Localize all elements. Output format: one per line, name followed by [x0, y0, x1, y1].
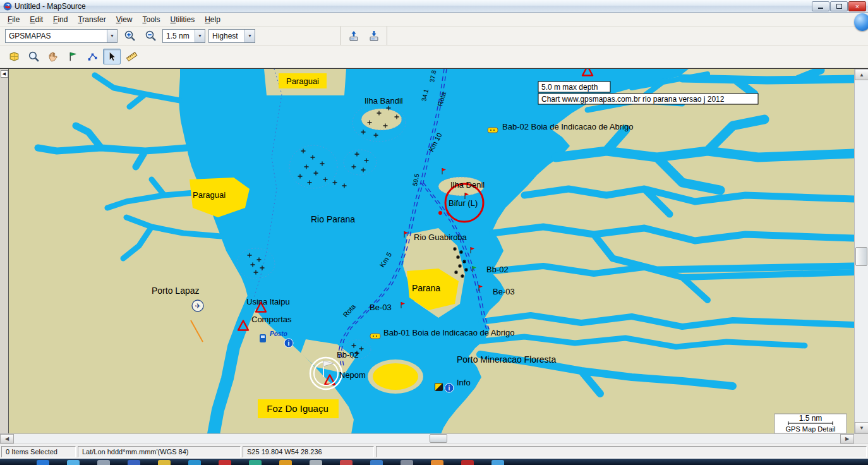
measure-tool-button[interactable] — [123, 49, 140, 64]
product-select[interactable]: GPSMAPAS ▼ — [5, 29, 118, 43]
transfer-buttons — [341, 27, 387, 45]
scroll-down-icon[interactable]: ▼ — [855, 422, 868, 433]
menu-transfer[interactable]: Transfer — [73, 13, 111, 26]
close-button[interactable]: × — [848, 1, 866, 11]
scale-box: 1.5 nm GPS Map Detail — [775, 414, 847, 433]
map-label-ilha-denil: Ilha Denil — [450, 180, 485, 190]
chevron-down-icon[interactable]: ▼ — [107, 30, 117, 42]
map-label-ilha-bandil: Ilha Bandil — [365, 96, 403, 106]
zoom-in-button[interactable] — [121, 28, 138, 44]
taskbar-icon[interactable] — [37, 460, 49, 465]
map-label-paraguai-left: Paraguai — [193, 190, 226, 200]
map-label-bb02-right: Bb-02 — [486, 265, 509, 274]
selection-tool-button[interactable] — [103, 49, 121, 64]
taskbar-icon[interactable] — [67, 460, 80, 465]
buoy-icon — [370, 334, 380, 339]
windows-taskbar[interactable] — [0, 459, 868, 465]
map-label-rio-guabiroba: Rio Guabiroba — [414, 232, 467, 242]
zoom-in-icon — [124, 30, 136, 42]
map-area: ◀ — [0, 68, 868, 433]
blue-sphere-gadget[interactable] — [854, 13, 868, 31]
map-label-rio-parana: Rio Parana — [311, 214, 355, 224]
minimize-icon — [818, 8, 823, 9]
map-label-bb02-center: Bb-02 — [337, 350, 359, 359]
chevron-down-icon[interactable]: ▼ — [195, 30, 205, 42]
menu-view[interactable]: View — [111, 13, 138, 26]
scale-distance: 1.5 nm — [799, 414, 823, 423]
tooltip-line2: Chart www.gpsmapas.com.br rio parana ver… — [541, 95, 725, 104]
close-icon: × — [855, 3, 859, 10]
waypoint-tool-button[interactable] — [64, 49, 81, 64]
zoom-out-button[interactable] — [142, 28, 159, 44]
buoy-icon — [488, 128, 498, 133]
taskbar-icon[interactable] — [431, 460, 443, 465]
menu-file[interactable]: File — [3, 13, 25, 26]
route-tool-icon — [87, 51, 99, 63]
taskbar-icon[interactable] — [461, 460, 474, 465]
taskbar-icon[interactable] — [219, 460, 231, 465]
map-select-tool-icon — [8, 51, 20, 63]
map-select-tool-button[interactable] — [5, 49, 23, 64]
taskbar-icon[interactable] — [279, 460, 292, 465]
magnifier-icon — [28, 51, 40, 63]
status-cursor-position: S25 19.804 W54 28.236 — [243, 446, 374, 457]
product-select-value: GPSMAPAS — [6, 30, 107, 42]
menu-find[interactable]: Find — [48, 13, 73, 26]
hand-icon — [47, 51, 59, 63]
vertical-scroll-thumb[interactable] — [855, 247, 867, 266]
menu-utilities[interactable]: Utilities — [166, 13, 200, 26]
menu-edit[interactable]: Edit — [25, 13, 48, 26]
scroll-left-icon[interactable]: ◀ — [0, 434, 14, 444]
taskbar-icon[interactable] — [491, 460, 504, 465]
menu-tools[interactable]: Tools — [137, 13, 165, 26]
horizontal-scroll-track[interactable] — [14, 434, 840, 444]
detail-level-select[interactable]: Highest ▼ — [208, 29, 255, 43]
taskbar-icon[interactable] — [128, 460, 140, 465]
map-label-info: Info — [457, 378, 471, 387]
horizontal-scrollbar[interactable]: ◀ ▶ — [0, 433, 868, 444]
taskbar-icon[interactable] — [401, 460, 413, 465]
route-tool-button[interactable] — [83, 49, 101, 64]
window-title: Untitled - MapSource — [15, 2, 812, 11]
maximize-button[interactable] — [830, 1, 848, 11]
fuel-icon — [260, 334, 266, 342]
status-filler — [376, 446, 867, 457]
mapsource-app-icon — [3, 2, 12, 11]
map-chart[interactable]: ✈ i i Paraguai Ilha Bandil Bab-02 Boia d… — [9, 69, 854, 434]
taskbar-icon[interactable] — [310, 460, 322, 465]
scroll-up-icon[interactable]: ▲ — [855, 69, 868, 80]
zoom-out-icon — [145, 30, 157, 42]
scroll-right-icon[interactable]: ▶ — [840, 434, 854, 444]
receive-from-device-button[interactable] — [365, 28, 383, 44]
map-canvas[interactable]: ✈ i i Paraguai Ilha Bandil Bab-02 Boia d… — [9, 69, 854, 434]
chevron-down-icon[interactable]: ▼ — [244, 30, 255, 42]
ruler-icon — [126, 51, 138, 63]
vertical-scrollbar[interactable]: ▲ ▼ — [854, 69, 868, 433]
info-glyph: i — [449, 385, 450, 392]
minimize-button[interactable] — [812, 1, 829, 11]
status-coordinate-format: Lat/Lon hddd°mm.mmm'(WGS 84) — [78, 446, 241, 457]
map-label-nepom: Nepom — [339, 370, 366, 380]
taskbar-icon[interactable] — [340, 460, 353, 465]
collapse-left-arrow-icon[interactable]: ◀ — [1, 70, 8, 78]
map-scale-value: 1.5 nm — [163, 30, 195, 42]
taskbar-icon[interactable] — [370, 460, 383, 465]
pan-tool-button[interactable] — [44, 49, 62, 64]
mapsource-window: Untitled - MapSource × File Edit Find Tr… — [0, 0, 868, 465]
detail-level-value: Highest — [209, 30, 244, 42]
taskbar-icon[interactable] — [249, 460, 262, 465]
taskbar-icon[interactable] — [158, 460, 171, 465]
zoom-tool-button[interactable] — [25, 49, 42, 64]
tools-toolbar — [0, 45, 868, 68]
main-toolbar: GPSMAPAS ▼ 1.5 nm ▼ Highest ▼ — [0, 27, 868, 45]
taskbar-icon[interactable] — [188, 460, 201, 465]
status-bar: 0 Items Selected Lat/Lon hddd°mm.mmm'(WG… — [0, 444, 868, 459]
title-bar: Untitled - MapSource × — [0, 0, 868, 13]
map-label-porto-mineracao: Porto Mineracao Floresta — [457, 354, 556, 365]
send-to-device-button[interactable] — [345, 28, 363, 44]
horizontal-scroll-thumb[interactable] — [430, 434, 447, 443]
scale-detail: GPS Map Detail — [786, 425, 836, 433]
map-scale-select[interactable]: 1.5 nm ▼ — [162, 29, 205, 43]
menu-help[interactable]: Help — [200, 13, 226, 26]
taskbar-icon[interactable] — [97, 460, 110, 465]
